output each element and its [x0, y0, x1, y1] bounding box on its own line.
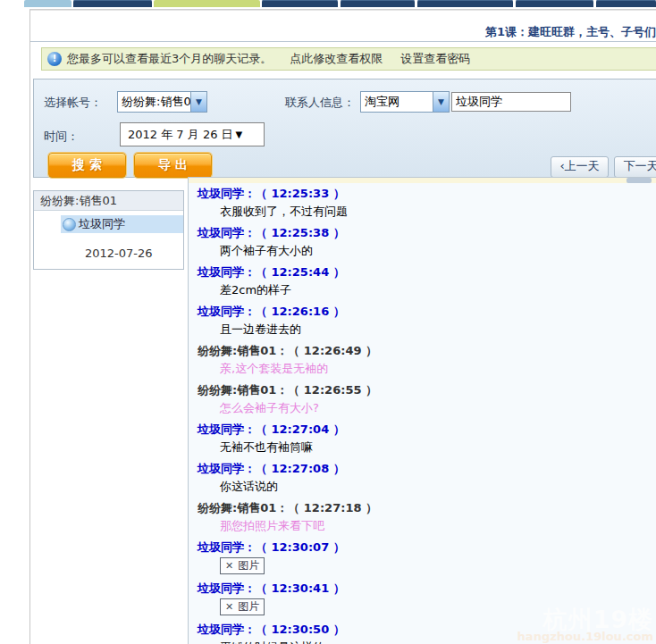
broken-image-label: 图片: [238, 599, 259, 615]
info-icon: !: [47, 52, 62, 66]
previous-day-button[interactable]: ‹上一天: [551, 156, 609, 178]
chat-message: 垃圾同学：（ 12:30:50 ）平铺的时候是这样的: [198, 622, 656, 644]
message-body: ✕图片: [220, 598, 656, 615]
time-label: 时间：: [44, 129, 79, 145]
chat-log-panel: 垃圾同学：（ 12:25:33 ）衣服收到了，不过有问题垃圾同学：（ 12:25…: [188, 177, 656, 644]
account-label: 选择帐号：: [44, 95, 102, 111]
message-body: 怎么会袖子有大小?: [220, 400, 656, 415]
chat-message: 垃圾同学：（ 12:27:04 ）无袖不也有袖筒嘛: [198, 422, 656, 455]
message-sender-time: 垃圾同学：（ 12:27:04 ）: [198, 422, 656, 437]
broken-image-placeholder[interactable]: ✕图片: [220, 598, 265, 615]
browser-tab-active[interactable]: [154, 0, 260, 7]
sidebar-contact-item[interactable]: 垃圾同学: [61, 215, 183, 233]
message-body: ✕图片: [220, 557, 656, 574]
chat-message: 垃圾同学：（ 12:25:44 ）差2cm的样子: [198, 264, 656, 297]
calendar-dropdown-icon: ▼: [236, 130, 243, 139]
browser-tab[interactable]: [516, 0, 593, 7]
message-sender-time: 垃圾同学：（ 12:27:08 ）: [198, 461, 656, 476]
message-body: 你这话说的: [220, 479, 656, 494]
message-sender-time: 纷纷舞:销售01：（ 12:26:55 ）: [198, 382, 656, 397]
browser-tab[interactable]: [24, 0, 71, 7]
chat-message: 垃圾同学：（ 12:26:16 ）且一边卷进去的: [198, 304, 656, 337]
message-sender-time: 垃圾同学：（ 12:26:16 ）: [198, 304, 656, 319]
contact-name: 垃圾同学: [79, 216, 125, 232]
account-select-value: 纷纷舞:销售01: [118, 92, 190, 112]
contact-name-input[interactable]: [451, 92, 571, 112]
chat-top-strip: [189, 178, 656, 183]
notice-text: 您最多可以查看最近3个月的聊天记录。: [67, 51, 272, 67]
message-sender-time: 纷纷舞:销售01：（ 12:27:18 ）: [198, 500, 656, 515]
message-body: 平铺的时候是这样的: [220, 640, 656, 644]
message-sender-time: 垃圾同学：（ 12:30:41 ）: [198, 581, 656, 596]
chat-message-list: 垃圾同学：（ 12:25:33 ）衣服收到了，不过有问题垃圾同学：（ 12:25…: [189, 183, 656, 644]
browser-tab[interactable]: [596, 0, 656, 7]
chevron-down-icon[interactable]: ▼: [433, 92, 449, 112]
sidebar-date[interactable]: 2012-07-26: [85, 247, 183, 260]
export-button[interactable]: 导 出: [134, 153, 212, 178]
chat-message: 纷纷舞:销售01：（ 12:26:55 ）怎么会袖子有大小?: [198, 382, 656, 415]
message-body: 那您拍照片来看下吧: [220, 518, 656, 533]
page-top-divider: [29, 9, 656, 11]
broken-image-icon: ✕: [225, 558, 233, 573]
message-body: 无袖不也有袖筒嘛: [220, 439, 656, 455]
set-view-password-link[interactable]: 设置查看密码: [400, 51, 470, 67]
message-sender-time: 垃圾同学：（ 12:30:07 ）: [198, 539, 656, 555]
notice-bar: ! 您最多可以查看最近3个月的聊天记录。 点此修改查看权限 设置查看密码: [41, 47, 656, 71]
contact-source-select[interactable]: 淘宝网 ▼: [360, 91, 450, 113]
sidebar-account-header[interactable]: 纷纷舞:销售01: [34, 191, 183, 211]
message-body: 两个袖子有大小的: [220, 243, 656, 258]
filter-panel: 选择帐号： 纷纷舞:销售01 ▼ 联系人信息： 淘宝网 ▼ 时间： 2012 年…: [33, 79, 656, 178]
broken-image-icon: ✕: [225, 599, 233, 615]
search-button[interactable]: 搜 索: [48, 153, 126, 178]
next-day-button[interactable]: 下一天›: [614, 156, 656, 178]
browser-tab[interactable]: [73, 0, 152, 7]
message-body: 且一边卷进去的: [220, 322, 656, 337]
chat-message: 垃圾同学：（ 12:25:33 ）衣服收到了，不过有问题: [198, 186, 656, 219]
scrollbar-thumb[interactable]: [627, 178, 652, 183]
chat-message: 纷纷舞:销售01：（ 12:27:18 ）那您拍照片来看下吧: [198, 500, 656, 533]
broken-image-label: 图片: [238, 558, 259, 573]
contact-label: 联系人信息：: [285, 95, 355, 111]
message-sender-time: 垃圾同学：（ 12:25:33 ）: [198, 186, 656, 201]
message-sender-time: 垃圾同学：（ 12:25:38 ）: [198, 225, 656, 240]
date-value: 2012 年 7 月 26 日: [128, 127, 233, 143]
message-sender-time: 垃圾同学：（ 12:25:44 ）: [198, 264, 656, 280]
contact-sidebar: 纷纷舞:销售01 垃圾同学 2012-07-26: [33, 190, 184, 270]
chat-message: 垃圾同学：（ 12:25:38 ）两个袖子有大小的: [198, 225, 656, 258]
header-divider: [30, 41, 656, 42]
contact-source-value: 淘宝网: [361, 92, 433, 112]
message-body: 衣服收到了，不过有问题: [220, 204, 656, 219]
message-body: 亲,这个套装是无袖的: [220, 361, 656, 376]
chevron-down-icon[interactable]: ▼: [190, 92, 206, 112]
message-body: 差2cm的样子: [220, 282, 656, 297]
modify-permission-link[interactable]: 点此修改查看权限: [290, 51, 383, 67]
account-select[interactable]: 纷纷舞:销售01 ▼: [117, 91, 207, 113]
chat-message: 垃圾同学：（ 12:30:07 ）✕图片: [198, 539, 656, 574]
browser-tab[interactable]: [417, 0, 513, 7]
chat-message: 垃圾同学：（ 12:27:08 ）你这话说的: [198, 461, 656, 494]
date-picker[interactable]: 2012 年 7 月 26 日 ▼: [120, 122, 265, 146]
chat-message: 纷纷舞:销售01：（ 12:26:49 ）亲,这个套装是无袖的: [198, 343, 656, 376]
message-sender-time: 垃圾同学：（ 12:30:50 ）: [198, 622, 656, 637]
page-left-divider: [29, 10, 30, 644]
broken-image-placeholder[interactable]: ✕图片: [220, 557, 265, 574]
message-sender-time: 纷纷舞:销售01：（ 12:26:49 ）: [198, 343, 656, 358]
page-title: 第1课：建旺旺群，主号、子号们沟: [485, 24, 656, 40]
browser-tab[interactable]: [341, 0, 415, 7]
contact-avatar-icon: [63, 218, 76, 231]
chat-message: 垃圾同学：（ 12:30:41 ）✕图片: [198, 581, 656, 615]
browser-tab[interactable]: [262, 0, 338, 7]
